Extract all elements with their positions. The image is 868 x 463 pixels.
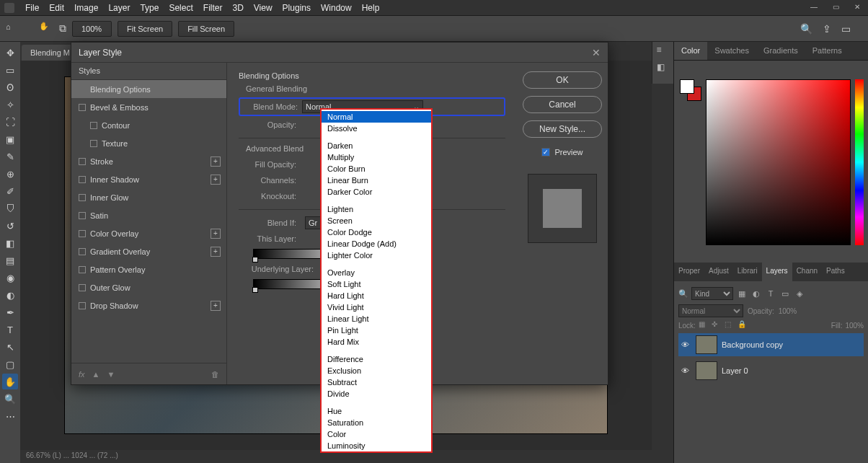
- hand-tool-icon[interactable]: ✋: [39, 22, 53, 36]
- style-checkbox[interactable]: [79, 230, 86, 237]
- filter-type-icon[interactable]: T: [765, 288, 776, 299]
- marquee-tool[interactable]: ▭: [2, 62, 18, 78]
- style-item-texture[interactable]: Texture: [71, 134, 226, 152]
- opacity-value[interactable]: 100%: [779, 307, 797, 315]
- style-item-bevel-emboss[interactable]: Bevel & Emboss: [71, 98, 226, 116]
- style-item-contour[interactable]: Contour: [71, 116, 226, 134]
- blend-mode-option-dissolve[interactable]: Dissolve: [322, 123, 431, 134]
- blend-mode-option-subtract[interactable]: Subtract: [322, 376, 431, 388]
- style-checkbox[interactable]: [79, 158, 86, 165]
- layer-thumbnail[interactable]: [696, 361, 717, 380]
- layer-name[interactable]: Background copy: [722, 340, 783, 349]
- blend-mode-option-hard-mix[interactable]: Hard Mix: [322, 336, 431, 348]
- add-effect-icon[interactable]: +: [211, 301, 221, 311]
- foreground-swatch[interactable]: [680, 79, 694, 94]
- add-effect-icon[interactable]: +: [211, 175, 221, 185]
- slider-handle-left[interactable]: [252, 287, 258, 293]
- style-checkbox[interactable]: [79, 212, 86, 219]
- blend-mode-option-difference[interactable]: Difference: [322, 353, 431, 365]
- add-effect-icon[interactable]: +: [211, 156, 221, 167]
- type-tool[interactable]: T: [2, 322, 18, 338]
- workspace-icon[interactable]: ▭: [841, 23, 851, 35]
- blend-mode-option-lighten[interactable]: Lighten: [322, 203, 431, 215]
- fill-value[interactable]: 100%: [845, 322, 864, 330]
- preview-checkbox[interactable]: ✓: [541, 148, 550, 156]
- menu-select[interactable]: Select: [164, 3, 198, 13]
- menu-layer[interactable]: Layer: [103, 3, 135, 13]
- window-arrange-icon[interactable]: ⧉: [59, 22, 66, 35]
- healing-tool[interactable]: ⊕: [2, 166, 18, 182]
- eraser-tool[interactable]: ◧: [2, 235, 18, 251]
- tab-properties[interactable]: Proper: [674, 263, 704, 281]
- style-item-color-overlay[interactable]: Color Overlay+: [71, 224, 226, 242]
- share-icon[interactable]: ⇪: [823, 23, 831, 35]
- minimize-button[interactable]: —: [803, 0, 825, 13]
- hand-tool[interactable]: ✋: [2, 374, 18, 389]
- trash-icon[interactable]: 🗑: [211, 370, 219, 379]
- style-item-inner-shadow[interactable]: Inner Shadow+: [71, 170, 226, 188]
- maximize-button[interactable]: ▭: [825, 0, 846, 13]
- blend-mode-option-linear-burn[interactable]: Linear Burn: [322, 175, 431, 186]
- visibility-icon[interactable]: 👁: [681, 340, 691, 349]
- style-item-satin[interactable]: Satin: [71, 206, 226, 224]
- wand-tool[interactable]: ✧: [2, 97, 18, 113]
- frame-tool[interactable]: ▣: [2, 131, 18, 147]
- filter-adjust-icon[interactable]: ◐: [750, 288, 762, 299]
- style-checkbox[interactable]: [79, 302, 86, 309]
- path-tool[interactable]: ↖: [2, 339, 18, 355]
- tab-channels[interactable]: Chann: [792, 263, 822, 281]
- blur-tool[interactable]: ◉: [2, 270, 18, 286]
- dodge-tool[interactable]: ◐: [2, 287, 18, 303]
- history-panel-icon[interactable]: ≡: [657, 45, 670, 58]
- properties-panel-icon[interactable]: ◧: [657, 62, 670, 75]
- tab-layers[interactable]: Layers: [762, 263, 792, 281]
- blend-mode-option-soft-light[interactable]: Soft Light: [322, 278, 431, 290]
- close-window-button[interactable]: ✕: [846, 0, 868, 13]
- tab-libraries[interactable]: Librari: [733, 263, 762, 281]
- color-picker-field[interactable]: [706, 79, 851, 245]
- stamp-tool[interactable]: ⛉: [2, 200, 18, 216]
- blend-mode-option-overlay[interactable]: Overlay: [322, 267, 431, 278]
- style-checkbox[interactable]: [79, 104, 86, 111]
- menu-file[interactable]: File: [20, 3, 44, 13]
- style-checkbox[interactable]: [90, 140, 97, 147]
- style-item-outer-glow[interactable]: Outer Glow: [71, 278, 226, 296]
- style-item-stroke[interactable]: Stroke+: [71, 152, 226, 170]
- tab-paths[interactable]: Paths: [822, 263, 849, 281]
- move-tool[interactable]: ✥: [2, 45, 18, 61]
- blend-mode-option-pin-light[interactable]: Pin Light: [322, 325, 431, 336]
- blend-mode-option-screen[interactable]: Screen: [322, 215, 431, 226]
- style-item-pattern-overlay[interactable]: Pattern Overlay: [71, 260, 226, 278]
- menu-type[interactable]: Type: [135, 3, 164, 13]
- blend-mode-option-linear-dodge-add-[interactable]: Linear Dodge (Add): [322, 238, 431, 250]
- zoom-tool[interactable]: 🔍: [2, 391, 18, 407]
- add-effect-icon[interactable]: +: [211, 229, 221, 239]
- menu-3d[interactable]: 3D: [227, 3, 248, 13]
- blend-mode-option-color-dodge[interactable]: Color Dodge: [322, 226, 431, 238]
- blend-mode-option-hard-light[interactable]: Hard Light: [322, 290, 431, 301]
- blend-mode-option-luminosity[interactable]: Luminosity: [322, 440, 431, 451]
- preview-toggle[interactable]: ✓ Preview: [541, 148, 583, 156]
- search-icon[interactable]: 🔍: [678, 289, 688, 299]
- filter-pixel-icon[interactable]: ▦: [736, 288, 748, 299]
- brush-tool[interactable]: ✐: [2, 183, 18, 199]
- arrow-up-icon[interactable]: ▲: [92, 370, 100, 379]
- tab-gradients[interactable]: Gradients: [756, 42, 805, 60]
- filter-smart-icon[interactable]: ◈: [794, 288, 805, 299]
- layer-item[interactable]: 👁 Background copy: [678, 333, 864, 356]
- visibility-icon[interactable]: 👁: [681, 366, 691, 375]
- lock-all-icon[interactable]: 🔒: [738, 320, 748, 330]
- style-item-inner-glow[interactable]: Inner Glow: [71, 188, 226, 206]
- add-effect-icon[interactable]: +: [211, 247, 221, 257]
- blend-mode-option-hue[interactable]: Hue: [322, 405, 431, 417]
- style-checkbox[interactable]: [79, 248, 86, 255]
- menu-window[interactable]: Window: [316, 3, 357, 13]
- blend-mode-option-lighter-color[interactable]: Lighter Color: [322, 250, 431, 261]
- tab-patterns[interactable]: Patterns: [805, 42, 849, 60]
- layer-blend-mode-select[interactable]: Normal: [678, 304, 743, 317]
- slider-handle-left[interactable]: [252, 257, 258, 263]
- eyedropper-tool[interactable]: ✎: [2, 149, 18, 164]
- fx-icon[interactable]: fx: [79, 370, 85, 379]
- menu-view[interactable]: View: [249, 3, 278, 13]
- gradient-tool[interactable]: ▤: [2, 252, 18, 268]
